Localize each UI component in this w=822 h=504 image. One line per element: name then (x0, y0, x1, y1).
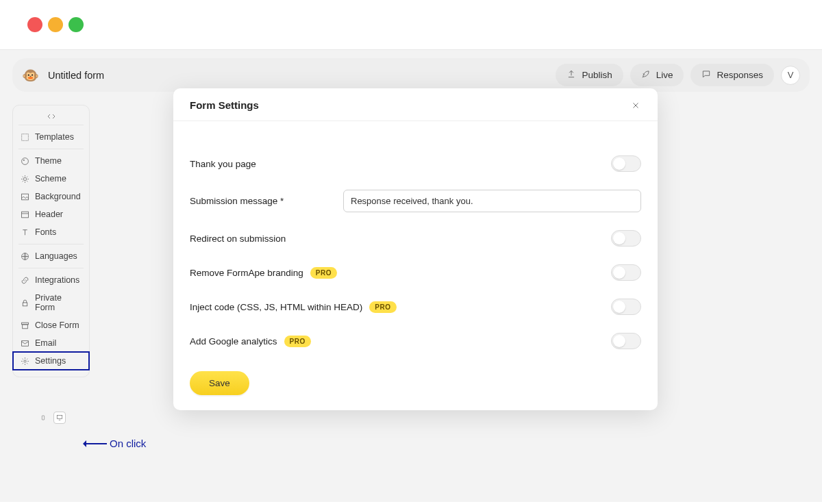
sidebar-item-header[interactable]: Header (13, 205, 89, 223)
sidebar-item-label: Close Form (35, 320, 79, 330)
sidebar-item-label: Settings (35, 356, 66, 366)
mobile-preview-button[interactable] (37, 412, 49, 424)
publish-label: Publish (582, 70, 612, 80)
arrow-icon (84, 443, 107, 444)
live-label: Live (656, 70, 673, 80)
close-button[interactable] (630, 100, 641, 111)
annotation: On click (84, 438, 146, 449)
analytics-toggle[interactable] (611, 333, 641, 349)
close-icon (631, 101, 640, 110)
sidebar-item-private[interactable]: Private Form (13, 289, 89, 316)
svg-point-3 (23, 177, 26, 180)
submission-msg-input[interactable] (343, 190, 641, 212)
svg-point-12 (23, 360, 25, 362)
sidebar-item-languages[interactable]: Languages (13, 247, 89, 265)
publish-button[interactable]: Publish (556, 64, 623, 86)
annotation-text: On click (110, 438, 146, 449)
rocket-icon (641, 69, 651, 81)
sidebar-item-close[interactable]: Close Form (13, 316, 89, 334)
gear-icon (20, 356, 29, 366)
archive-icon (20, 320, 29, 330)
thank-you-label: Thank you page (190, 159, 343, 169)
window-close-icon[interactable] (27, 17, 42, 32)
modal-title: Form Settings (190, 99, 259, 111)
sidebar-item-fonts[interactable]: Fonts (13, 223, 89, 241)
inject-toggle[interactable] (611, 299, 641, 315)
sidebar-item-label: Background (35, 192, 81, 201)
sidebar: Templates Theme Scheme Background Header (12, 105, 90, 377)
window-traffic-lights (0, 0, 822, 50)
svg-rect-0 (21, 134, 28, 140)
analytics-text: Add Google analytics (190, 336, 277, 346)
svg-point-2 (23, 160, 24, 160)
svg-rect-11 (21, 340, 28, 346)
window-minimize-icon[interactable] (48, 17, 63, 32)
sidebar-item-label: Fonts (35, 227, 56, 237)
sidebar-item-email[interactable]: Email (13, 334, 89, 352)
sun-icon (20, 174, 29, 184)
svg-rect-14 (57, 416, 62, 419)
sidebar-item-label: Languages (35, 251, 77, 261)
sidebar-item-label: Theme (35, 156, 62, 166)
sidebar-item-label: Email (35, 338, 56, 348)
form-title[interactable]: Untitled form (48, 70, 546, 81)
svg-rect-10 (22, 324, 27, 328)
upload-icon (566, 69, 576, 81)
link-icon (20, 275, 29, 285)
code-icon[interactable] (13, 110, 89, 125)
svg-rect-9 (21, 323, 28, 325)
pro-badge: PRO (310, 267, 337, 279)
chat-icon (701, 69, 711, 81)
sidebar-item-label: Scheme (35, 174, 66, 184)
palette-icon (20, 156, 29, 166)
analytics-label: Add Google analytics PRO (190, 336, 311, 347)
redirect-toggle[interactable] (611, 230, 641, 247)
redirect-label: Redirect on submission (190, 234, 343, 244)
type-icon (20, 227, 29, 237)
sidebar-item-label: Private Form (35, 293, 82, 312)
header-icon (20, 210, 29, 219)
inject-text: Inject code (CSS, JS, HTML within HEAD) (190, 302, 362, 312)
sidebar-item-label: Integrations (35, 275, 79, 285)
inject-label: Inject code (CSS, JS, HTML within HEAD) … (190, 301, 397, 313)
branding-text: Remove FormApe branding (190, 268, 303, 278)
pro-badge: PRO (369, 301, 396, 313)
svg-rect-5 (21, 212, 28, 218)
responses-label: Responses (717, 70, 763, 80)
branding-toggle[interactable] (611, 264, 641, 281)
mail-icon (20, 338, 29, 348)
pro-badge: PRO (284, 336, 311, 347)
svg-point-1 (21, 158, 28, 164)
sidebar-item-background[interactable]: Background (13, 188, 89, 205)
globe-icon (20, 251, 29, 261)
sidebar-item-scheme[interactable]: Scheme (13, 170, 89, 188)
sidebar-item-label: Header (35, 210, 63, 219)
svg-rect-8 (23, 302, 27, 305)
svg-rect-13 (42, 416, 44, 420)
branding-label: Remove FormApe branding PRO (190, 267, 337, 279)
responses-button[interactable]: Responses (690, 64, 774, 86)
settings-modal: Form Settings Thank you page Submission … (173, 88, 658, 410)
svg-rect-4 (21, 194, 28, 200)
image-icon (20, 192, 29, 201)
desktop-preview-button[interactable] (53, 412, 66, 424)
lock-icon (20, 298, 29, 307)
app-logo-icon: 🐵 (22, 67, 38, 84)
user-avatar[interactable]: V (781, 66, 800, 85)
sidebar-item-theme[interactable]: Theme (13, 152, 89, 170)
sidebar-item-integrations[interactable]: Integrations (13, 271, 89, 289)
sidebar-item-templates[interactable]: Templates (13, 128, 89, 146)
topbar: 🐵 Untitled form Publish Live Responses V (12, 58, 810, 92)
thank-you-toggle[interactable] (611, 155, 641, 172)
templates-icon (20, 132, 29, 142)
live-button[interactable]: Live (630, 64, 684, 86)
window-maximize-icon[interactable] (68, 17, 84, 32)
sidebar-item-label: Templates (35, 132, 74, 142)
sidebar-item-settings[interactable]: Settings (13, 352, 89, 370)
save-button[interactable]: Save (190, 371, 249, 395)
device-toggle (12, 399, 90, 424)
submission-msg-label: Submission message * (190, 196, 343, 206)
